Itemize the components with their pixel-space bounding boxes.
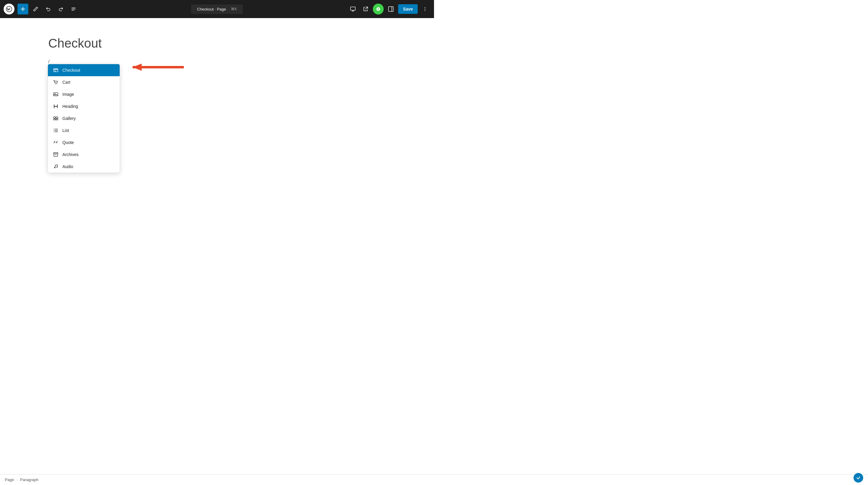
topbar: Checkout · Page ⌘K	[0, 0, 434, 18]
svg-point-6	[55, 84, 56, 84]
menu-item-archives[interactable]: Archives	[48, 149, 120, 161]
add-block-button[interactable]	[18, 4, 28, 14]
cart-icon	[53, 79, 59, 85]
svg-point-16	[54, 131, 54, 132]
svg-rect-0	[350, 7, 355, 10]
redo-button[interactable]	[56, 4, 66, 14]
page-heading: Checkout	[48, 36, 386, 51]
gallery-icon	[53, 116, 59, 121]
svg-rect-10	[54, 117, 56, 119]
block-menu: Checkout Cart Image Heading Gallery List…	[48, 64, 120, 173]
document-overview-button[interactable]	[68, 4, 79, 14]
quote-icon	[53, 139, 59, 146]
list-icon	[53, 127, 59, 133]
menu-item-gallery[interactable]: Gallery	[48, 112, 120, 124]
image-icon	[53, 91, 59, 97]
svg-point-9	[55, 93, 56, 94]
svg-rect-1	[389, 7, 393, 11]
menu-item-label-list: List	[62, 128, 69, 133]
svg-point-14	[54, 129, 54, 129]
menu-item-label-image: Image	[62, 92, 74, 97]
menu-item-quote[interactable]: Quote	[48, 136, 120, 149]
menu-item-cart[interactable]: Cart	[48, 76, 120, 88]
desktop-preview-button[interactable]	[347, 4, 358, 14]
view-site-button[interactable]	[360, 4, 371, 14]
menu-item-label-audio: Audio	[62, 164, 73, 169]
svg-point-15	[54, 130, 54, 131]
menu-item-heading[interactable]: Heading	[48, 100, 120, 112]
menu-item-label-cart: Cart	[62, 80, 70, 85]
wp-logo[interactable]	[4, 4, 14, 14]
svg-point-18	[56, 167, 58, 168]
topbar-left	[4, 4, 79, 14]
save-button[interactable]: Save	[398, 4, 418, 14]
sidebar-toggle-button[interactable]	[385, 4, 396, 14]
topbar-center: Checkout · Page ⌘K	[191, 4, 243, 14]
svg-rect-11	[56, 117, 58, 119]
svg-point-7	[57, 84, 57, 84]
svg-point-4	[425, 10, 425, 11]
topbar-right: Save	[347, 4, 430, 14]
menu-item-audio[interactable]: Audio	[48, 161, 120, 172]
heading-icon	[53, 103, 59, 109]
svg-rect-12	[54, 119, 56, 120]
menu-item-checkout[interactable]: Checkout	[48, 64, 120, 76]
menu-item-label-checkout: Checkout	[62, 68, 80, 73]
slash-character: /	[48, 59, 50, 64]
svg-rect-13	[56, 119, 58, 120]
undo-button[interactable]	[43, 4, 54, 14]
page-title-button[interactable]: Checkout · Page ⌘K	[191, 4, 243, 14]
menu-item-label-heading: Heading	[62, 104, 78, 109]
svg-rect-17	[54, 153, 58, 154]
main-content: Checkout / Checkout Cart Image Heading G…	[0, 18, 434, 79]
svg-marker-20	[133, 64, 142, 71]
more-options-button[interactable]	[420, 4, 430, 14]
menu-item-image[interactable]: Image	[48, 88, 120, 100]
menu-item-list[interactable]: List	[48, 124, 120, 136]
page-title-text: Checkout · Page	[197, 7, 226, 11]
table-icon	[53, 67, 59, 73]
performance-button[interactable]	[373, 4, 384, 14]
menu-item-label-gallery: Gallery	[62, 116, 76, 121]
edit-button[interactable]	[30, 4, 41, 14]
audio-icon	[53, 164, 59, 170]
archives-icon	[53, 152, 59, 158]
menu-item-label-archives: Archives	[62, 152, 79, 157]
svg-point-2	[425, 7, 425, 8]
svg-point-3	[425, 9, 425, 9]
menu-item-label-quote: Quote	[62, 140, 74, 145]
keyboard-shortcut: ⌘K	[231, 7, 237, 11]
